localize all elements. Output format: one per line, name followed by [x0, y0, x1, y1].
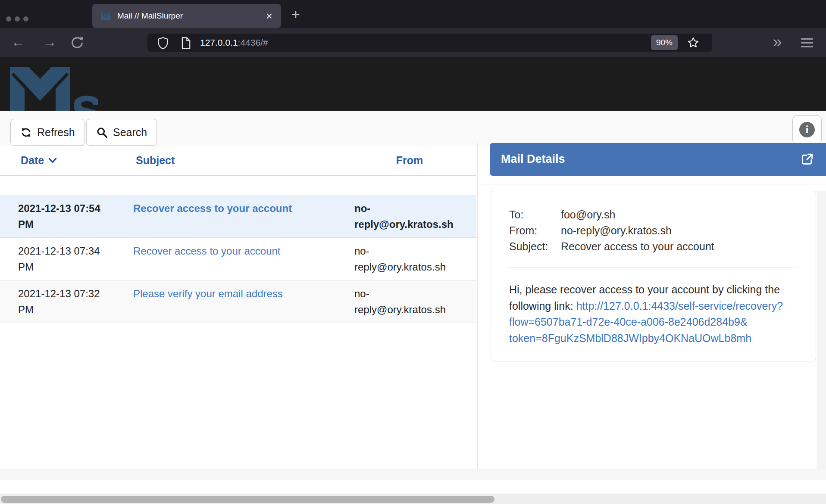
details-scrollbar-track[interactable] — [817, 191, 826, 469]
shield-icon[interactable] — [157, 37, 169, 51]
horizontal-scrollbar-thumb[interactable] — [1, 496, 494, 503]
url-host: 127.0.0.1 — [200, 37, 238, 47]
details-divider — [509, 267, 798, 268]
mail-from: no-reply@ory.kratos.sh — [354, 243, 460, 275]
browser-tab-mailslurper[interactable]: s Mail // MailSlurper × — [92, 4, 281, 28]
mail-from: no-reply@ory.kratos.sh — [354, 200, 460, 232]
mail-body: Hi, please recover access to your accoun… — [509, 282, 799, 346]
subject-value: Recover access to your account — [561, 239, 714, 255]
panel-divider — [477, 143, 478, 469]
mail-list-header-row: Date Subject From — [0, 146, 476, 176]
mailslurper-favicon-icon: s — [101, 12, 111, 20]
mail-details-title: Mail Details — [501, 152, 565, 166]
details-top-border — [480, 184, 826, 184]
bottom-strip — [0, 469, 826, 479]
svg-text:s: s — [109, 14, 111, 20]
mail-row[interactable]: 2021-12-13 07:32 PM Please verify your e… — [0, 280, 476, 323]
window-dot-icon[interactable] — [6, 16, 11, 22]
mail-rows: 2021-12-13 07:54 PM Recover access to yo… — [0, 195, 476, 323]
mail-subject: Recover access to your account — [133, 243, 354, 275]
window-controls[interactable] — [6, 16, 28, 22]
mail-date: 2021-12-13 07:34 PM — [18, 243, 133, 275]
url-port-path: :4436/# — [238, 37, 268, 47]
mail-subject: Please verify your email address — [133, 286, 354, 317]
mail-details-header: Mail Details — [490, 143, 826, 176]
app-header: s — [0, 57, 826, 111]
refresh-button[interactable]: Refresh — [10, 119, 85, 146]
refresh-button-label: Refresh — [37, 126, 75, 139]
from-value: no-reply@ory.kratos.sh — [561, 223, 672, 239]
bottom-strip-white — [0, 479, 826, 494]
to-label: To: — [509, 207, 561, 223]
page-info-icon[interactable] — [180, 37, 191, 51]
mail-row[interactable]: 2021-12-13 07:34 PM Recover access to yo… — [0, 238, 476, 280]
column-header-from[interactable]: From — [357, 154, 462, 167]
date-header-label: Date — [21, 154, 44, 167]
info-icon: i — [799, 122, 815, 137]
mail-row-selected[interactable]: 2021-12-13 07:54 PM Recover access to yo… — [0, 195, 476, 238]
horizontal-scrollbar[interactable] — [0, 494, 826, 504]
mail-from: no-reply@ory.kratos.sh — [354, 286, 460, 317]
to-value: foo@ory.sh — [561, 207, 615, 223]
info-button[interactable]: i — [792, 115, 822, 144]
zoom-indicator[interactable]: 90% — [651, 35, 678, 50]
search-icon — [96, 127, 108, 138]
window-dot-icon[interactable] — [23, 16, 28, 22]
column-header-subject[interactable]: Subject — [136, 154, 175, 167]
navigation-toolbar: ← → 127.0.0.1:4436/# 90% — [0, 28, 826, 57]
svg-text:s: s — [70, 74, 98, 111]
subject-label: Subject: — [509, 239, 561, 255]
detail-subject-row: Subject: Recover access to your account — [509, 239, 798, 255]
browser-window: s Mail // MailSlurper × + ← → — [0, 0, 826, 504]
column-header-date[interactable]: Date — [21, 154, 57, 167]
mail-details-card: To: foo@ory.sh From: no-reply@ory.kratos… — [491, 191, 816, 361]
mailslurper-logo: s — [10, 58, 98, 111]
url-bar[interactable]: 127.0.0.1:4436/# 90% — [147, 34, 712, 52]
tab-title: Mail // MailSlurper — [117, 11, 266, 21]
search-button[interactable]: Search — [86, 119, 157, 146]
mail-subject-link[interactable]: Please verify your email address — [133, 288, 283, 299]
mail-subject-link[interactable]: Recover access to your account — [133, 245, 281, 257]
url-text[interactable]: 127.0.0.1:4436/# — [200, 34, 268, 52]
search-button-label: Search — [113, 126, 147, 139]
new-tab-icon[interactable]: + — [291, 6, 300, 23]
mail-date: 2021-12-13 07:54 PM — [18, 200, 133, 232]
back-icon[interactable]: ← — [9, 28, 27, 57]
forward-icon[interactable]: → — [41, 28, 58, 57]
window-dot-icon[interactable] — [15, 16, 20, 22]
overflow-chevrons-icon[interactable]: » — [767, 28, 786, 57]
sort-chevron-down-icon — [48, 157, 57, 164]
app-toolbar: Refresh Search i — [0, 111, 826, 146]
menu-hamburger-icon[interactable] — [801, 38, 813, 50]
mail-date: 2021-12-13 07:32 PM — [18, 286, 133, 317]
open-external-icon[interactable] — [800, 152, 814, 168]
mail-subject: Recover access to your account — [133, 200, 354, 232]
refresh-icon — [20, 127, 32, 138]
from-label: From: — [509, 223, 561, 239]
mail-list-panel: Date Subject From 2021-12-13 07:54 PM Re… — [0, 146, 476, 469]
tab-close-icon[interactable]: × — [266, 10, 272, 22]
bookmark-star-icon[interactable] — [687, 37, 699, 50]
detail-to-row: To: foo@ory.sh — [509, 207, 798, 223]
reload-icon[interactable] — [70, 35, 84, 50]
tab-bar: s Mail // MailSlurper × + — [0, 0, 826, 28]
mail-subject-link[interactable]: Recover access to your account — [133, 202, 292, 214]
detail-from-row: From: no-reply@ory.kratos.sh — [509, 223, 798, 239]
